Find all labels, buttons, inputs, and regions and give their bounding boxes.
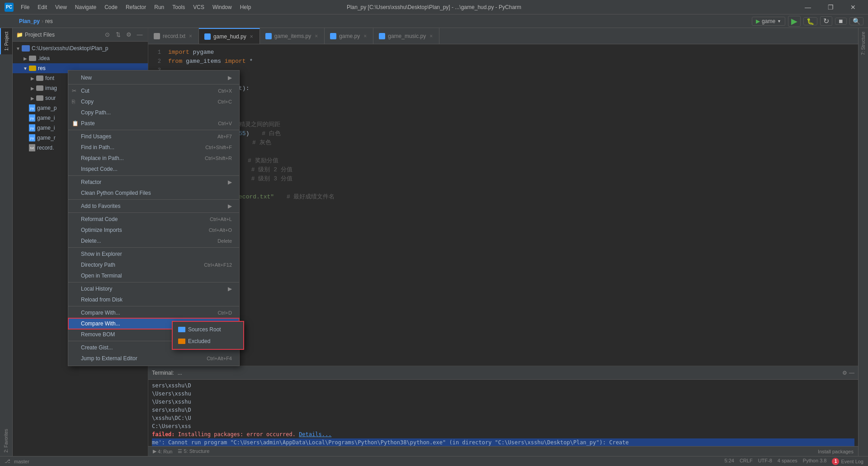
ctx-open-terminal[interactable]: Open in Terminal [68,270,239,281]
code-line-5: 5 class HudPanel(object): [148,84,858,93]
reload-button[interactable]: ↻ [820,16,832,26]
tab-close-record[interactable]: × [188,33,193,40]
tab-game-py[interactable]: game.py × [325,28,373,44]
code-line-11: 11 GRAY = (64, 64, 64) # 灰色 [148,138,858,147]
run-button[interactable]: ▶ [788,16,801,27]
ctx-inspect-code[interactable]: Inspect Code... [68,164,239,174]
menu-vcs[interactable]: VCS [189,3,208,11]
tab-game-music-py[interactable]: game_music.py × [373,28,439,44]
ctx-find-usages[interactable]: Find Usages Alt+F7 [68,131,239,142]
tab-close-game[interactable]: × [363,33,368,40]
breadcrumb-folder[interactable]: res [45,18,53,24]
code-line-8: 8 [148,111,858,120]
tree-label-gamei2: game_i [37,125,55,131]
sidebar-tab-structure[interactable]: 7: Structure [859,28,868,59]
tab-close-game-hud[interactable]: × [249,33,254,40]
ctx-delete[interactable]: Delete... Delete [68,235,239,246]
install-packages-button[interactable]: Install packages [815,448,856,455]
debug-button[interactable]: 🐛 [803,17,817,25]
breadcrumb-toolbar: Plan_py › res ▶ game ▼ ▶ 🐛 ↻ ⏹ 🔍 [0,14,868,28]
menu-view[interactable]: View [52,3,71,11]
code-editor[interactable]: 1 import pygame 2 from game_items import… [148,44,858,366]
ctx-cut[interactable]: ✂ Cut Ctrl+X [68,85,239,96]
tab-close-game-items[interactable]: × [314,33,319,40]
folder-icon: 📁 [16,32,23,38]
tree-item-root[interactable]: ▼ C:\Users\xsshu\Desktop\Plan_p [13,43,148,53]
code-content-1: import pygame [166,48,858,57]
settings-button[interactable]: ⚙ [124,30,133,39]
ctx-compare-with[interactable]: Compare With... Ctrl+D [68,307,239,318]
code-line-12: 12 [148,147,858,156]
term-line-1: sers\xsshu\D [152,381,854,390]
py-icon-gamer: py [29,134,35,141]
stop-button[interactable]: ⏹ [835,18,847,25]
submenu-sources-root[interactable]: Sources Root [173,324,243,335]
sidebar-tab-project[interactable]: 1: Project [0,28,12,54]
ctx-reload-disk[interactable]: Reload from Disk [68,294,239,305]
ctx-replace-in-path[interactable]: Replace in Path... Ctrl+Shift+R [68,153,239,164]
tab-record-txt[interactable]: record.txt × [148,28,199,44]
ctx-new-label: New [81,75,92,81]
run-config-selector[interactable]: ▶ game ▼ [752,17,785,26]
ctx-find-in-path[interactable]: Find in Path... Ctrl+Shift+F [68,142,239,153]
ctx-copy-path[interactable]: Copy Path... [68,107,239,118]
menu-tools[interactable]: Tools [169,3,189,11]
structure-subtab[interactable]: ☰ 5: Structure [175,447,212,455]
sidebar-tab-favorites[interactable]: 2: Favorites [0,425,12,456]
close-button[interactable]: ✕ [843,0,863,14]
ctx-copy-label: Copy [81,99,94,105]
ctx-replace-in-path-label: Replace in Path... [81,155,124,161]
status-python-ver[interactable]: Python 3.8 [803,458,827,465]
submenu-excluded[interactable]: Excluded [173,335,243,347]
hide-panel-button[interactable]: — [135,30,144,39]
tree-item-idea[interactable]: ▶ .idea [13,53,148,63]
tab-icon-game-items [265,33,272,39]
folder-icon-idea [29,56,36,61]
ctx-clean-compiled[interactable]: Clean Python Compiled Files [68,188,239,198]
ctx-paste[interactable]: 📋 Paste Ctrl+V [68,118,239,129]
minimize-button[interactable]: — [797,0,818,14]
ctx-add-favorites[interactable]: Add to Favorites ▶ [68,201,239,212]
terminal-settings-button[interactable]: ⚙ [842,370,847,376]
ctx-compare-shortcut: Ctrl+D [218,310,232,315]
ctx-local-history[interactable]: Local History ▶ [68,283,239,294]
status-indent[interactable]: 4 spaces [778,458,797,465]
terminal-collapse-button[interactable]: — [849,370,854,376]
scroll-from-source-button[interactable]: ⇅ [113,30,123,39]
locate-file-button[interactable]: ⊙ [103,30,112,39]
tree-label-gamep: game_p [37,105,57,111]
ctx-show-explorer[interactable]: Show in Explorer [68,249,239,259]
tab-close-game-music[interactable]: × [429,33,434,40]
ctx-jump-external[interactable]: Jump to External Editor Ctrl+Alt+F4 [68,353,239,364]
menu-code[interactable]: Code [101,3,121,11]
menu-edit[interactable]: Edit [34,3,51,11]
menu-navigate[interactable]: Navigate [71,3,100,11]
ctx-new[interactable]: New ▶ [68,72,239,83]
tree-label-res: res [38,65,46,71]
tab-game-hud-py[interactable]: game_hud.py × [199,28,260,44]
terminal-content[interactable]: sers\xsshu\D \Users\xsshu \Users\xsshu s… [148,380,858,446]
ctx-refactor[interactable]: Refactor ▶ [68,177,239,188]
py-icon-gamei2: py [29,124,35,132]
status-encoding[interactable]: UTF-8 [758,458,772,465]
menu-refactor[interactable]: Refactor [122,3,150,11]
menu-help[interactable]: Help [236,3,255,11]
status-event-log[interactable]: 1 Event Log [832,458,863,465]
ctx-delete-label: Delete... [81,238,101,244]
ctx-copy[interactable]: ⎘ Copy Ctrl+C [68,96,239,107]
menu-run[interactable]: Run [151,3,168,11]
maximize-button[interactable]: ❐ [820,0,841,14]
menu-file[interactable]: File [17,3,33,11]
status-position[interactable]: 5:24 [725,458,734,465]
ctx-directory-path[interactable]: Directory Path Ctrl+Alt+F12 [68,259,239,270]
tab-game-items-py[interactable]: game_items.py × [260,28,325,44]
run-subtab[interactable]: ▶4: Run [150,447,175,455]
term-details-link[interactable]: Details... [299,431,331,438]
breadcrumb-project[interactable]: Plan_py [19,18,40,24]
search-everywhere-button[interactable]: 🔍 [849,17,863,25]
menu-window[interactable]: Window [209,3,236,11]
status-linesep[interactable]: CRLF [740,458,753,465]
sources-root-label: Sources Root [188,326,221,333]
ctx-optimize-imports[interactable]: Optimize Imports Ctrl+Alt+O [68,225,239,235]
ctx-reformat[interactable]: Reformat Code Ctrl+Alt+L [68,214,239,225]
